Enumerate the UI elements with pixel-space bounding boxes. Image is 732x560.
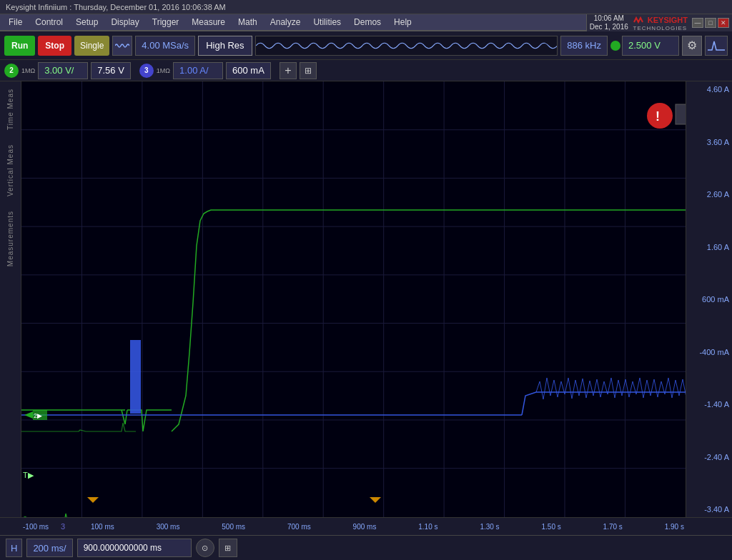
svg-point-25 bbox=[647, 103, 673, 129]
y-label-6: -1.40 A bbox=[689, 400, 729, 409]
frequency-display: 886 kHz bbox=[560, 36, 608, 56]
svg-rect-19 bbox=[130, 340, 141, 414]
measurements-label: Measurements bbox=[6, 211, 14, 266]
trigger-level-display: 2.500 V bbox=[622, 36, 679, 56]
x-label-0: -100 ms bbox=[23, 523, 49, 531]
peak-detect-button[interactable] bbox=[705, 36, 728, 56]
y-label-8: -3.40 A bbox=[689, 505, 729, 514]
menu-display[interactable]: Display bbox=[105, 16, 144, 29]
x-label-3: 500 ms bbox=[222, 523, 245, 531]
channel3-value: 600 mA bbox=[226, 62, 271, 79]
channel2-badge[interactable]: 2 bbox=[4, 64, 19, 78]
timeline-labels: -100 ms 100 ms 300 ms 500 ms 700 ms 900 … bbox=[21, 518, 686, 535]
channelbar: 2 1MΩ 3.00 V/ 7.56 V 3 1MΩ 1.00 A/ 600 m… bbox=[0, 60, 732, 81]
channel2-impedance: 1MΩ bbox=[21, 67, 35, 74]
menu-utilities[interactable]: Utilities bbox=[307, 16, 347, 29]
time-per-div-display: 200 ms/ bbox=[26, 539, 72, 557]
menu-analyze[interactable]: Analyze bbox=[264, 16, 307, 29]
svg-text:!: ! bbox=[656, 109, 660, 124]
titlebar-text: Keysight Infiniium : Thursday, December … bbox=[6, 3, 226, 11]
x-label-5: 900 ms bbox=[353, 523, 377, 531]
logo-area: KEYSIGHT TECHNOLOGIES bbox=[633, 15, 688, 31]
clock-date: Dec 1, 2016 bbox=[590, 23, 628, 31]
menu-help[interactable]: Help bbox=[388, 16, 417, 29]
y-label-5: -400 mA bbox=[689, 348, 729, 356]
settings-button[interactable]: ⚙ bbox=[682, 36, 702, 56]
y-label-7: -2.40 A bbox=[689, 453, 729, 461]
stop-button[interactable]: Stop bbox=[38, 36, 71, 56]
x-label-8: 1.50 s bbox=[541, 523, 560, 531]
time-meas-label: Time Meas bbox=[6, 89, 14, 130]
bottom-bar: H 200 ms/ 900.0000000000 ms ⊙ ⊞ bbox=[0, 535, 732, 560]
peak-icon bbox=[708, 39, 725, 53]
x-label-7: 1.30 s bbox=[480, 523, 499, 531]
clock-time: 10:06 AM bbox=[590, 14, 628, 23]
svg-text:2▶: 2▶ bbox=[34, 412, 42, 419]
y-label-0: 4.60 A bbox=[689, 85, 729, 94]
timeline-bar: -100 ms 100 ms 300 ms 500 ms 700 ms 900 … bbox=[0, 517, 732, 535]
channel3-impedance: 1MΩ bbox=[157, 67, 170, 74]
logo-main: KEYSIGHT bbox=[648, 16, 688, 24]
sample-rate-display: 4.00 MSa/s bbox=[135, 36, 195, 56]
trigger-area: 2.500 V bbox=[610, 36, 679, 56]
x-label-2: 300 ms bbox=[157, 523, 180, 531]
titlebar: Keysight Infiniium : Thursday, December … bbox=[0, 0, 732, 14]
minimize-button[interactable]: — bbox=[692, 18, 703, 28]
logo-sub: TECHNOLOGIES bbox=[633, 25, 688, 31]
svg-marker-29 bbox=[87, 497, 99, 503]
y-label-1: 3.60 A bbox=[689, 138, 729, 146]
trigger-status-dot bbox=[610, 41, 620, 51]
left-sidebar: Time Meas Vertical Meas Measurements bbox=[0, 81, 21, 517]
window-controls: — □ ✕ bbox=[692, 18, 729, 28]
close-button[interactable]: ✕ bbox=[718, 18, 729, 28]
grid-button[interactable]: ⊞ bbox=[300, 62, 317, 79]
svg-marker-28 bbox=[370, 497, 381, 503]
maximize-button[interactable]: □ bbox=[705, 18, 716, 28]
menu-setup[interactable]: Setup bbox=[70, 16, 104, 29]
x-label-1: 100 ms bbox=[91, 523, 114, 531]
wave-icon bbox=[115, 40, 129, 51]
main-scope-area: Time Meas Vertical Meas Measurements bbox=[0, 81, 732, 535]
menu-file[interactable]: File bbox=[3, 16, 28, 29]
add-channel-button[interactable]: + bbox=[280, 62, 297, 79]
toolbar: Run Stop Single 4.00 MSa/s High Res 886 … bbox=[0, 31, 732, 60]
single-button[interactable]: Single bbox=[74, 36, 109, 56]
vertical-meas-label: Vertical Meas bbox=[6, 144, 14, 196]
menu-math[interactable]: Math bbox=[232, 16, 263, 29]
x-label-10: 1.90 s bbox=[665, 523, 684, 531]
channel2-value: 7.56 V bbox=[91, 62, 131, 79]
signal-wave-display bbox=[255, 36, 558, 56]
wave-button[interactable] bbox=[112, 36, 132, 56]
svg-marker-20 bbox=[24, 411, 33, 419]
channel2-volts[interactable]: 3.00 V/ bbox=[38, 62, 88, 79]
svg-rect-27 bbox=[676, 104, 686, 124]
horizontal-button[interactable]: H bbox=[6, 539, 22, 557]
knob-button[interactable]: ⊙ bbox=[196, 539, 214, 557]
x-label-9: 1.70 s bbox=[603, 523, 623, 531]
clock-area: 10:06 AM Dec 1, 2016 bbox=[590, 14, 628, 31]
menu-demos[interactable]: Demos bbox=[348, 16, 387, 29]
y-label-3: 1.60 A bbox=[689, 243, 729, 251]
run-button[interactable]: Run bbox=[4, 36, 35, 56]
menu-measure[interactable]: Measure bbox=[186, 16, 231, 29]
signal-wave-svg bbox=[256, 36, 558, 55]
svg-text:T▶: T▶ bbox=[23, 471, 34, 479]
right-y-axis: 4.60 A 3.60 A 2.60 A 1.60 A 600 mA -400 … bbox=[686, 81, 732, 517]
menu-control[interactable]: Control bbox=[29, 16, 69, 29]
time-offset-display: 900.0000000000 ms bbox=[77, 539, 192, 557]
x-label-6: 1.10 s bbox=[418, 523, 437, 531]
keysight-logo-icon bbox=[633, 15, 646, 25]
scope-grid-svg: 2▶ T▶ 2▶ ! bbox=[21, 81, 686, 517]
highres-button[interactable]: High Res bbox=[198, 36, 252, 56]
scope-canvas: 2▶ T▶ 2▶ ! bbox=[21, 81, 686, 517]
x-label-4: 700 ms bbox=[287, 523, 311, 531]
y-label-4: 600 mA bbox=[689, 295, 729, 304]
extra-bottom-button[interactable]: ⊞ bbox=[219, 539, 237, 557]
menu-trigger[interactable]: Trigger bbox=[147, 16, 185, 29]
channel3-amps[interactable]: 1.00 A/ bbox=[173, 62, 223, 79]
y-label-2: 2.60 A bbox=[689, 190, 729, 199]
channel3-badge[interactable]: 3 bbox=[139, 64, 154, 78]
